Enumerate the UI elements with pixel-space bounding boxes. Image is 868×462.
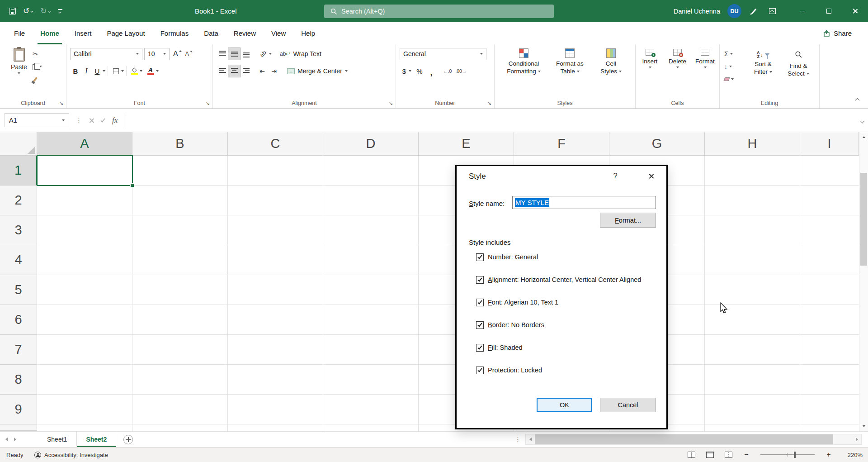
row-header-5[interactable]: 5 (0, 275, 37, 305)
format-cells-button[interactable]: Format (692, 44, 718, 108)
search-box[interactable]: Search (Alt+Q) (324, 5, 554, 18)
checkbox-font[interactable] (476, 299, 484, 306)
number-dialog-launcher[interactable]: ↘ (487, 101, 491, 106)
checkbox-protection[interactable] (476, 367, 484, 374)
normal-view-button[interactable] (688, 452, 695, 458)
dialog-close-button[interactable] (648, 173, 654, 181)
minimize-button[interactable] (789, 0, 816, 22)
ribbon-tab-page-layout[interactable]: Page Layout (99, 22, 152, 44)
ribbon-tab-review[interactable]: Review (226, 22, 264, 44)
scroll-right-button[interactable] (852, 434, 861, 444)
ribbon-tab-file[interactable]: File (6, 22, 33, 44)
row-header-partial[interactable] (0, 424, 37, 431)
expand-formula-bar-button[interactable] (861, 116, 864, 124)
font-color-button[interactable]: A (145, 65, 156, 77)
scroll-left-button[interactable] (526, 434, 535, 444)
bold-button[interactable]: B (70, 65, 81, 77)
zoom-in-button[interactable]: + (826, 451, 832, 459)
redo-button[interactable]: ↻ (40, 7, 50, 15)
page-break-view-button[interactable] (725, 452, 732, 458)
ribbon-tab-help[interactable]: Help (293, 22, 323, 44)
ribbon-tab-home[interactable]: Home (33, 22, 67, 44)
checkbox-fill[interactable] (476, 344, 484, 352)
horizontal-scrollbar-thumb[interactable] (535, 434, 833, 444)
accessibility-status[interactable]: Accessibility: Investigate (34, 452, 108, 458)
confirm-entry-icon[interactable] (100, 117, 105, 122)
decrease-font-size-button[interactable]: A (185, 51, 193, 57)
ribbon-tab-formulas[interactable]: Formulas (153, 22, 197, 44)
row-header-2[interactable]: 2 (0, 186, 37, 215)
copy-button[interactable] (33, 62, 42, 71)
decrease-indent-button[interactable]: ⇤ (256, 65, 268, 77)
pen-icon[interactable] (751, 8, 757, 14)
tab-scroll-divider[interactable]: ⋮ (514, 435, 522, 443)
font-name-combo[interactable]: Calibri (70, 48, 142, 60)
merge-center-button[interactable]: ↔ Merge & Center (287, 67, 348, 75)
row-header-9[interactable]: 9 (0, 395, 37, 424)
zoom-slider[interactable] (760, 454, 815, 455)
row-header-8[interactable]: 8 (0, 365, 37, 395)
name-box[interactable]: A1 (5, 113, 69, 127)
row-header-1[interactable]: 1 (0, 156, 37, 186)
percent-style-button[interactable]: % (415, 65, 424, 77)
cancel-entry-icon[interactable] (89, 118, 94, 123)
decrease-decimal-button[interactable] (453, 68, 468, 74)
horizontal-scrollbar[interactable] (525, 434, 862, 445)
zoom-slider-thumb[interactable] (794, 452, 796, 458)
column-header-i[interactable]: I (800, 132, 859, 156)
zoom-out-button[interactable]: − (743, 451, 750, 459)
column-header-a[interactable]: A (37, 132, 132, 156)
checkbox-number[interactable] (476, 253, 484, 261)
underline-button[interactable]: U (92, 65, 103, 77)
number-format-combo[interactable]: General (400, 48, 486, 60)
ribbon-display-options-icon[interactable] (769, 8, 776, 14)
increase-font-size-button[interactable]: A (173, 50, 182, 57)
align-center-button[interactable] (228, 65, 240, 77)
borders-button[interactable] (110, 65, 121, 77)
row-header-6[interactable]: 6 (0, 305, 37, 335)
row-header-3[interactable]: 3 (0, 215, 37, 245)
checkbox-alignment[interactable] (476, 276, 484, 284)
align-right-button[interactable] (240, 65, 252, 77)
accounting-format-button[interactable]: $ (400, 65, 409, 77)
spreadsheet-cells[interactable] (37, 156, 859, 431)
column-header-e[interactable]: E (419, 132, 514, 156)
column-header-c[interactable]: C (228, 132, 323, 156)
vertical-scrollbar-thumb[interactable] (860, 173, 867, 266)
ribbon-tab-data[interactable]: Data (196, 22, 226, 44)
row-header-7[interactable]: 7 (0, 335, 37, 365)
cell-styles-button[interactable]: Cell Styles (593, 44, 630, 108)
style-name-input[interactable]: MY STYLE (512, 196, 656, 209)
format-as-table-button[interactable]: Format as Table (548, 44, 592, 108)
new-sheet-button[interactable] (123, 435, 133, 444)
column-header-b[interactable]: B (132, 132, 228, 156)
insert-function-button[interactable]: fx (112, 116, 118, 125)
sheet-tab-sheet2[interactable]: Sheet2 (76, 432, 116, 447)
orientation-button[interactable]: ab (257, 48, 269, 60)
selected-cell-a1[interactable] (37, 155, 133, 186)
previous-sheet-button[interactable] (5, 438, 8, 441)
font-size-combo[interactable]: 10 (144, 48, 170, 60)
increase-decimal-button[interactable] (441, 68, 453, 74)
fill-button[interactable] (724, 61, 734, 72)
zoom-level[interactable]: 220% (843, 452, 863, 458)
share-button[interactable]: Share (823, 22, 862, 44)
save-button[interactable] (9, 8, 16, 14)
alignment-dialog-launcher[interactable]: ↘ (389, 101, 393, 106)
customize-quick-access-button[interactable] (58, 9, 62, 13)
vertical-scrollbar[interactable] (859, 132, 868, 431)
scroll-up-button[interactable] (859, 133, 868, 141)
maximize-button[interactable] (816, 0, 842, 22)
formula-input[interactable] (125, 109, 861, 132)
comma-style-button[interactable]: , (427, 65, 436, 77)
format-button[interactable]: Format... (600, 213, 656, 228)
column-header-h[interactable]: H (705, 132, 800, 156)
page-layout-view-button[interactable] (706, 452, 714, 458)
wrap-text-button[interactable]: ab↩ Wrap Text (280, 50, 321, 57)
select-all-corner[interactable] (0, 132, 37, 156)
fill-color-button[interactable] (129, 65, 140, 77)
clipboard-dialog-launcher[interactable]: ↘ (59, 101, 63, 106)
column-header-f[interactable]: F (514, 132, 609, 156)
next-sheet-button[interactable] (14, 438, 16, 441)
ribbon-tab-insert[interactable]: Insert (67, 22, 99, 44)
